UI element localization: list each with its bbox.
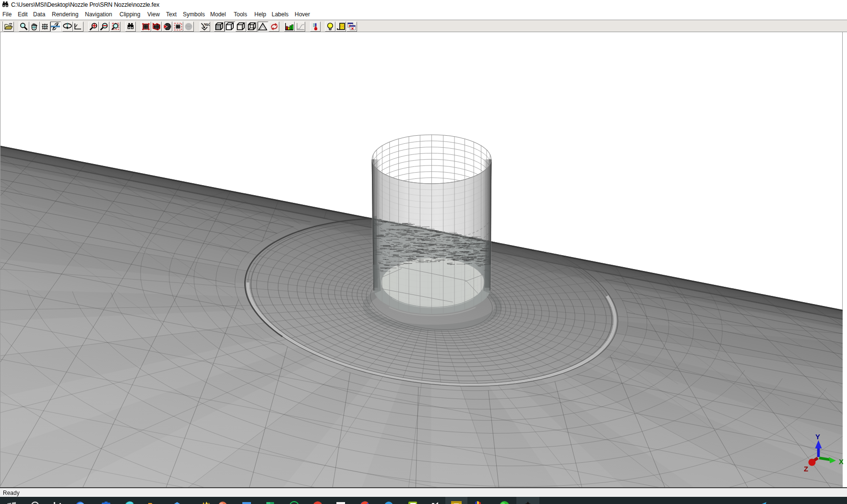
svg-text:X: X <box>839 457 843 466</box>
svg-text:ISO: ISO <box>205 23 210 26</box>
svg-text:Z: Z <box>804 465 808 473</box>
svg-text:Y: Y <box>815 433 820 441</box>
